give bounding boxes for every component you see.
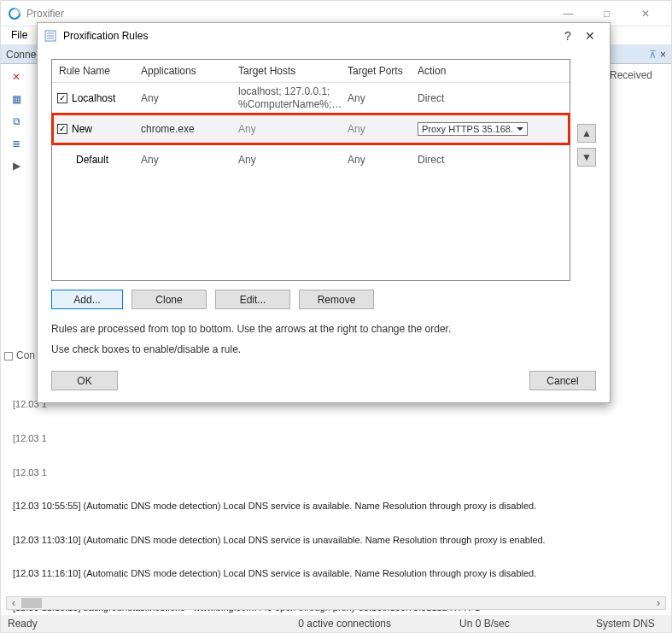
- left-toolbox: ✕ ▦ ⧉ ≣ ▶: [1, 66, 32, 177]
- rule-name: Localhost: [72, 92, 115, 104]
- action-dropdown[interactable]: Proxy HTTPS 35.168.: [418, 122, 528, 136]
- log-line: [12.03 11:16:10] (Automatic DNS mode det…: [13, 568, 668, 579]
- rule-ports: Any: [341, 91, 411, 106]
- status-speed: Un 0 B/sec: [459, 618, 528, 630]
- dialog-help-button[interactable]: ?: [557, 29, 579, 43]
- scroll-track[interactable]: [43, 597, 652, 609]
- col-applications[interactable]: Applications: [134, 60, 231, 82]
- rule-action: Direct: [411, 91, 570, 106]
- col-target-hosts[interactable]: Target Hosts: [231, 60, 341, 82]
- rules-table-header: Rule Name Applications Target Hosts Targ…: [52, 60, 570, 83]
- tool-copy-icon[interactable]: ⧉: [1, 110, 32, 132]
- status-ready: Ready: [8, 618, 76, 630]
- rule-checkbox[interactable]: ✓: [57, 93, 67, 103]
- pin-icon[interactable]: ⊼: [649, 49, 657, 61]
- rule-app: Any: [134, 152, 231, 167]
- right-panel: Received: [606, 67, 666, 83]
- rule-action: Direct: [411, 152, 570, 167]
- status-bar: Ready 0 active connections Un 0 B/sec Sy…: [1, 615, 671, 632]
- move-down-button[interactable]: ▼: [577, 148, 596, 167]
- rule-row-localhost[interactable]: ✓Localhost Any localhost; 127.0.0.1; %Co…: [52, 83, 570, 114]
- log-line: [12.03 1: [13, 467, 668, 478]
- move-up-button[interactable]: ▲: [577, 124, 596, 143]
- status-dns: System DNS: [596, 618, 664, 630]
- dialog-title: Proxification Rules: [63, 30, 557, 42]
- clone-button[interactable]: Clone: [131, 290, 207, 309]
- rule-hosts: Any: [231, 121, 341, 137]
- rule-row-new[interactable]: ✓New chrome.exe Any Any Proxy HTTPS 35.1…: [52, 114, 570, 144]
- remove-button[interactable]: Remove: [299, 290, 374, 309]
- rule-name: Default: [76, 154, 108, 166]
- dialog-title-bar: Proxification Rules ? ✕: [38, 23, 610, 49]
- hint-order: Rules are processed from top to bottom. …: [51, 323, 596, 335]
- rule-hosts: localhost; 127.0.0.1; %ComputerName%;…: [231, 84, 341, 112]
- log-output: [12.03 1 [12.03 1 [12.03 1 [12.03 10:55:…: [13, 377, 668, 633]
- ok-button[interactable]: OK: [51, 371, 118, 390]
- hint-checkbox: Use check boxes to enable/disable a rule…: [51, 343, 596, 355]
- proxifier-logo-icon: [8, 7, 21, 21]
- rule-action-buttons: Add... Clone Edit... Remove: [51, 290, 596, 309]
- dialog-close-button[interactable]: ✕: [579, 29, 601, 43]
- status-connections: 0 active connections: [298, 618, 391, 630]
- col-action[interactable]: Action: [411, 60, 570, 82]
- cancel-button[interactable]: Cancel: [529, 371, 596, 390]
- col-rule-name[interactable]: Rule Name: [52, 60, 134, 82]
- grid-icon: [4, 352, 13, 360]
- panel-close-icon[interactable]: ×: [660, 49, 666, 61]
- tool-play-icon[interactable]: ▶: [1, 155, 32, 177]
- horizontal-scrollbar[interactable]: ‹ ›: [6, 596, 666, 610]
- proxification-rules-dialog: Proxification Rules ? ✕ Rule Name Applic…: [37, 22, 611, 403]
- rule-name: New: [72, 123, 92, 135]
- rules-table: Rule Name Applications Target Hosts Targ…: [51, 59, 570, 281]
- rule-app: chrome.exe: [134, 121, 231, 137]
- tool-list-icon[interactable]: ≣: [1, 132, 32, 155]
- close-button[interactable]: ✕: [626, 2, 664, 26]
- rule-hosts: Any: [231, 152, 341, 167]
- log-line: [12.03 10:55:55] (Automatic DNS mode det…: [13, 501, 668, 512]
- tool-delete-icon[interactable]: ✕: [1, 66, 32, 88]
- rule-row-default[interactable]: Default Any Any Any Direct: [52, 144, 570, 175]
- order-arrows: ▲ ▼: [577, 59, 596, 281]
- log-line: [12.03 11:03:10] (Automatic DNS mode det…: [13, 535, 668, 546]
- window-title: Proxifier: [26, 8, 549, 20]
- rules-icon: [44, 29, 58, 43]
- rule-app: Any: [134, 91, 231, 106]
- menu-file[interactable]: File: [6, 26, 32, 44]
- scroll-thumb[interactable]: [21, 598, 42, 608]
- scroll-left-icon[interactable]: ‹: [7, 597, 20, 609]
- col-target-ports[interactable]: Target Ports: [341, 60, 411, 82]
- log-line: [12.03 1: [13, 433, 668, 444]
- connections-tab[interactable]: Con: [4, 349, 35, 361]
- rule-checkbox[interactable]: ✓: [57, 124, 67, 134]
- edit-button[interactable]: Edit...: [215, 290, 290, 309]
- add-button[interactable]: Add...: [51, 290, 123, 309]
- tool-layout-icon[interactable]: ▦: [1, 88, 32, 110]
- rule-ports: Any: [341, 121, 411, 137]
- rule-ports: Any: [341, 152, 411, 167]
- received-column-header: Received: [606, 67, 666, 83]
- scroll-right-icon[interactable]: ›: [652, 597, 665, 609]
